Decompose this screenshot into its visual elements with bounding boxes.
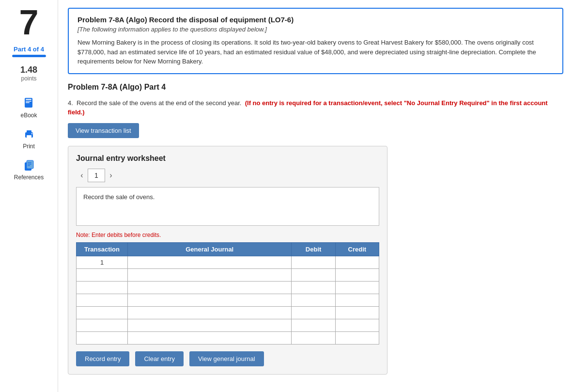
debit-input[interactable] bbox=[294, 322, 332, 329]
transaction-cell bbox=[77, 294, 128, 306]
general-journal-input[interactable] bbox=[131, 309, 288, 316]
instruction-text: 4. Record the sale of the ovens at the e… bbox=[68, 98, 563, 117]
svg-rect-2 bbox=[26, 101, 31, 102]
svg-rect-12 bbox=[28, 165, 30, 166]
svg-rect-6 bbox=[27, 135, 31, 139]
debit-input[interactable] bbox=[294, 334, 332, 342]
debit-cell[interactable] bbox=[292, 306, 335, 319]
svg-rect-1 bbox=[26, 99, 31, 100]
instruction-before: Record the sale of the ovens at the end … bbox=[77, 99, 241, 107]
svg-rect-5 bbox=[27, 130, 31, 133]
credit-cell[interactable] bbox=[335, 331, 379, 344]
general-journal-cell[interactable] bbox=[128, 294, 292, 306]
table-row bbox=[77, 294, 379, 306]
general-journal-input[interactable] bbox=[131, 322, 288, 329]
transaction-cell bbox=[77, 331, 128, 344]
svg-point-7 bbox=[31, 133, 32, 134]
tab-nav: ‹ 1 › bbox=[76, 169, 379, 182]
credit-input[interactable] bbox=[339, 284, 376, 291]
points-value: 1.48 bbox=[20, 65, 37, 75]
problem-header-box: Problem 7-8A (Algo) Record the disposal … bbox=[68, 8, 563, 74]
debit-cell[interactable] bbox=[292, 256, 335, 268]
debit-input[interactable] bbox=[294, 284, 332, 291]
sidebar-item-ebook[interactable]: eBook bbox=[20, 95, 37, 119]
book-icon bbox=[21, 95, 37, 111]
problem-subtitle: [The following information applies to th… bbox=[77, 26, 554, 33]
note-text: Note: Enter debits before credits. bbox=[76, 232, 379, 238]
general-journal-cell[interactable] bbox=[128, 319, 292, 331]
debit-cell[interactable] bbox=[292, 281, 335, 294]
sidebar-tools: eBook Print bbox=[14, 95, 44, 181]
sidebar: 7 Part 4 of 4 1.48 points eBook bbox=[0, 0, 58, 392]
svg-rect-10 bbox=[28, 162, 31, 163]
debit-cell[interactable] bbox=[292, 294, 335, 306]
points-label: points bbox=[21, 75, 36, 82]
transaction-cell bbox=[77, 268, 128, 281]
transaction-cell bbox=[77, 319, 128, 331]
credit-input[interactable] bbox=[339, 297, 376, 304]
print-icon bbox=[21, 126, 37, 142]
col-header-credit: Credit bbox=[335, 242, 379, 256]
general-journal-cell[interactable] bbox=[128, 281, 292, 294]
problem-number: 7 bbox=[19, 5, 38, 40]
credit-input[interactable] bbox=[339, 271, 376, 279]
general-journal-input[interactable] bbox=[131, 297, 288, 304]
general-journal-input[interactable] bbox=[131, 271, 288, 279]
credit-input[interactable] bbox=[339, 334, 376, 342]
tab-number: 1 bbox=[88, 169, 105, 182]
tab-next-button[interactable]: › bbox=[105, 170, 117, 181]
bottom-buttons: Record entry Clear entry View general jo… bbox=[76, 351, 379, 366]
record-description-box: Record the sale of ovens. bbox=[76, 187, 379, 226]
credit-cell[interactable] bbox=[335, 256, 379, 268]
record-description-text: Record the sale of ovens. bbox=[83, 193, 155, 201]
copy-icon bbox=[21, 157, 37, 173]
sidebar-item-references[interactable]: References bbox=[14, 157, 44, 181]
worksheet-title: Journal entry worksheet bbox=[76, 154, 379, 163]
general-journal-cell[interactable] bbox=[128, 268, 292, 281]
general-journal-cell[interactable] bbox=[128, 306, 292, 319]
debit-input[interactable] bbox=[294, 297, 332, 304]
table-row: 1 bbox=[77, 256, 379, 268]
part-label: Part 4 of 4 bbox=[14, 46, 44, 53]
svg-rect-11 bbox=[28, 164, 31, 165]
credit-cell[interactable] bbox=[335, 319, 379, 331]
debit-input[interactable] bbox=[294, 271, 332, 279]
debit-cell[interactable] bbox=[292, 268, 335, 281]
table-row bbox=[77, 306, 379, 319]
transaction-cell: 1 bbox=[77, 256, 128, 268]
credit-cell[interactable] bbox=[335, 268, 379, 281]
clear-entry-button[interactable]: Clear entry bbox=[135, 351, 184, 366]
table-row bbox=[77, 281, 379, 294]
general-journal-input[interactable] bbox=[131, 259, 288, 266]
svg-rect-3 bbox=[26, 102, 30, 103]
general-journal-cell[interactable] bbox=[128, 256, 292, 268]
worksheet-container: Journal entry worksheet ‹ 1 › Record the… bbox=[68, 146, 387, 375]
problem-description: New Morning Bakery is in the process of … bbox=[77, 38, 554, 66]
journal-table: Transaction General Journal Debit Credit… bbox=[76, 242, 379, 345]
debit-input[interactable] bbox=[294, 309, 332, 316]
credit-input[interactable] bbox=[339, 259, 376, 266]
debit-cell[interactable] bbox=[292, 331, 335, 344]
sidebar-item-print[interactable]: Print bbox=[21, 126, 37, 150]
general-journal-input[interactable] bbox=[131, 334, 288, 342]
credit-cell[interactable] bbox=[335, 306, 379, 319]
general-journal-cell[interactable] bbox=[128, 331, 292, 344]
credit-input[interactable] bbox=[339, 322, 376, 329]
tab-prev-button[interactable]: ‹ bbox=[76, 170, 88, 181]
progress-bar bbox=[12, 55, 46, 57]
debit-input[interactable] bbox=[294, 259, 332, 266]
credit-cell[interactable] bbox=[335, 281, 379, 294]
view-general-journal-button[interactable]: View general journal bbox=[189, 351, 264, 366]
col-header-general-journal: General Journal bbox=[128, 242, 292, 256]
transaction-cell bbox=[77, 281, 128, 294]
table-row bbox=[77, 319, 379, 331]
view-transaction-list-button[interactable]: View transaction list bbox=[68, 123, 139, 138]
table-row bbox=[77, 331, 379, 344]
record-entry-button[interactable]: Record entry bbox=[76, 351, 129, 366]
credit-input[interactable] bbox=[339, 309, 376, 316]
instruction-number: 4. bbox=[68, 99, 73, 107]
credit-cell[interactable] bbox=[335, 294, 379, 306]
debit-cell[interactable] bbox=[292, 319, 335, 331]
general-journal-input[interactable] bbox=[131, 284, 288, 291]
ebook-label: eBook bbox=[20, 112, 37, 119]
